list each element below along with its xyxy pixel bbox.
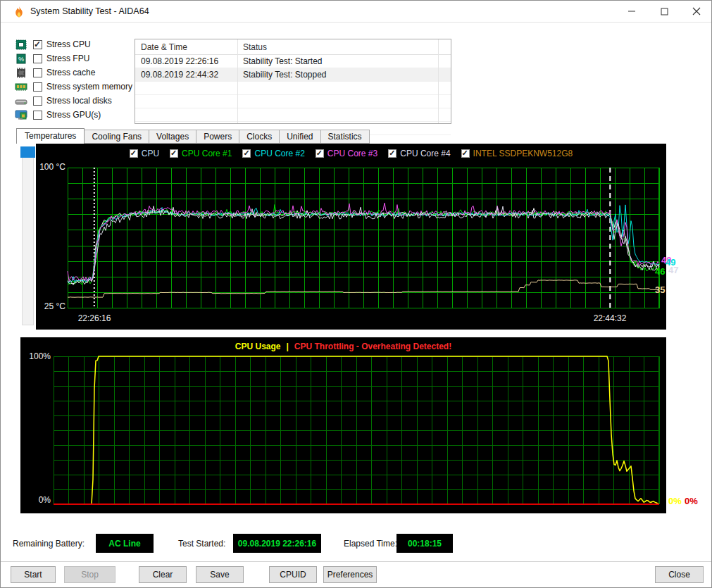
temp-value-core1: 46 [655,266,665,277]
disk-icon [15,96,27,106]
legend-item-core3[interactable]: CPU Core #3 [316,149,377,158]
tab-unified[interactable]: Unified [279,130,320,144]
fpu-icon: % [15,54,27,64]
cache-icon [15,68,27,78]
table-row[interactable]: 09.08.2019 22:44:32 Stability Test: Stop… [135,68,451,82]
legend-core1-checkbox[interactable] [170,149,178,158]
column-header-status[interactable]: Status [237,42,451,52]
log-datetime: 09.08.2019 22:44:32 [135,70,237,80]
stress-gpu-row[interactable]: Stress GPU(s) [15,108,132,122]
temp-y-min-label: 25 °C [36,301,65,311]
legend-ssd-label: INTEL SSDPEKNW512G8 [473,149,573,158]
legend-core4-checkbox[interactable] [388,149,396,158]
legend-item-core2[interactable]: CPU Core #2 [242,149,304,158]
temp-y-max-label: 100 °C [36,162,65,172]
tab-cooling-fans[interactable]: Cooling Fans [84,130,149,144]
legend-item-core4[interactable]: CPU Core #4 [388,149,450,158]
legend-core1-label: CPU Core #1 [182,149,232,158]
usage-title: CPU Usage [235,342,281,351]
stress-disks-label: Stress local disks [46,96,112,106]
stress-fpu-checkbox[interactable] [33,54,42,63]
temperature-scale-track[interactable] [22,148,34,325]
stress-gpu-checkbox[interactable] [33,111,42,120]
chart-tabs: Temperatures Cooling Fans Voltages Power… [16,128,370,144]
tab-clocks[interactable]: Clocks [239,130,280,144]
stress-disks-checkbox[interactable] [33,96,42,106]
gpu-icon [15,110,27,120]
status-bar: Remaining Battery: AC Line Test Started:… [1,530,711,558]
stress-fpu-row[interactable]: % Stress FPU [15,51,132,65]
titlebar: System Stability Test - AIDA64 [1,1,711,23]
temp-x-start-label: 22:26:16 [66,313,123,323]
usage-title-separator: | [286,342,288,351]
battery-value-box: AC Line [96,534,154,553]
stress-cpu-row[interactable]: Stress CPU [15,37,132,51]
log-status: Stability Test: Started [237,56,451,66]
tab-statistics[interactable]: Statistics [320,130,370,144]
usage-value-yellow: 0% [668,496,682,506]
test-started-label: Test Started: [178,539,225,549]
stress-disks-row[interactable]: Stress local disks [15,94,132,108]
legend-ssd-checkbox[interactable] [461,149,470,158]
elapsed-time-value-box: 00:18:15 [396,534,453,553]
preferences-button[interactable]: Preferences [323,566,377,583]
window-title: System Stability Test - AIDA64 [30,1,149,23]
stress-fpu-label: Stress FPU [46,54,89,63]
legend-cpu-checkbox[interactable] [130,149,138,158]
legend-item-core1[interactable]: CPU Core #1 [170,149,232,158]
table-empty-row [135,82,451,95]
minimize-button[interactable] [616,1,648,22]
stress-cpu-label: Stress CPU [46,39,91,49]
table-row[interactable]: 09.08.2019 22:26:16 Stability Test: Star… [135,55,451,68]
event-log-table: Date & Time Status 09.08.2019 22:26:16 S… [135,39,451,124]
cpu-icon [15,39,27,50]
log-status: Stability Test: Stopped [237,70,451,80]
temperature-legend: CPU CPU Core #1 CPU Core #2 CPU Core #3 … [36,146,666,161]
temperature-chart-panel: CPU CPU Core #1 CPU Core #2 CPU Core #3 … [36,144,666,330]
tab-powers[interactable]: Powers [196,130,239,144]
legend-core3-label: CPU Core #3 [327,149,377,158]
legend-core2-checkbox[interactable] [242,149,251,158]
stress-memory-checkbox[interactable] [33,82,42,92]
table-empty-row [135,95,451,108]
svg-text:%: % [18,56,24,63]
throttling-alert: CPU Throttling - Overheating Detected! [294,342,451,351]
usage-y-min-label: 0% [20,495,51,505]
close-button[interactable]: Close [655,566,704,583]
close-window-button[interactable] [680,1,712,22]
maximize-button[interactable] [648,1,680,22]
tab-temperatures[interactable]: Temperatures [16,128,85,144]
log-datetime: 09.08.2019 22:26:16 [135,56,237,66]
tab-voltages[interactable]: Voltages [149,130,196,144]
cpu-usage-chart [54,356,659,504]
cpuid-button[interactable]: CPUID [269,566,317,583]
usage-title-row: CPU Usage | CPU Throttling - Overheating… [20,342,666,351]
table-column-divider [237,39,238,123]
temperature-chart [68,168,659,308]
legend-item-ssd[interactable]: INTEL SSDPEKNW512G8 [461,149,573,158]
clear-button[interactable]: Clear [139,566,187,583]
save-button[interactable]: Save [196,566,244,583]
stress-memory-label: Stress system memory [46,82,132,92]
battery-label: Remaining Battery: [13,539,85,549]
footer-divider [1,561,711,562]
cpu-usage-panel: CPU Usage | CPU Throttling - Overheating… [20,337,666,513]
start-button[interactable]: Start [11,566,56,583]
column-header-datetime[interactable]: Date & Time [135,42,237,52]
test-started-value: 09.08.2019 22:26:16 [238,539,316,549]
stress-cache-checkbox[interactable] [33,68,42,77]
elapsed-time-label: Elapsed Time: [344,539,397,549]
temperature-scale-slider-handle[interactable] [20,146,35,158]
minimize-icon [627,7,636,15]
table-empty-row [135,108,451,122]
table-header-row: Date & Time Status [135,39,451,55]
legend-cpu-label: CPU [142,149,159,158]
legend-core3-checkbox[interactable] [316,149,324,158]
stop-button[interactable]: Stop [64,566,115,583]
system-stability-test-window: System Stability Test - AIDA64 Stress CP… [0,0,712,588]
legend-item-cpu[interactable]: CPU [130,149,159,158]
stress-memory-row[interactable]: Stress system memory [15,80,132,94]
stress-cpu-checkbox[interactable] [33,40,42,49]
table-column-divider-2 [438,39,439,123]
stress-cache-row[interactable]: Stress cache [15,65,132,80]
